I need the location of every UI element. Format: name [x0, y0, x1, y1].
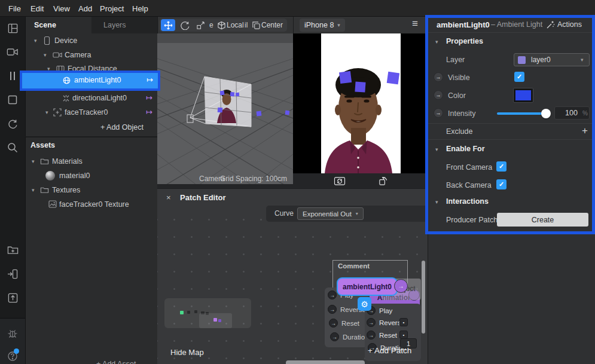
expander-icon[interactable]: ▾	[435, 199, 438, 205]
properties-section-header[interactable]: Properties	[446, 37, 483, 45]
minimap-node	[194, 310, 197, 313]
intensity-slider-knob[interactable]	[541, 109, 551, 118]
menu-project[interactable]: Project	[100, 4, 124, 13]
layer-color-swatch	[518, 56, 526, 64]
create-producer-patch-button[interactable]: Create	[497, 213, 588, 227]
tab-layers[interactable]: Layers	[103, 21, 126, 29]
viewport-toolbar: e Local il Center	[157, 17, 293, 33]
ambientlight0-patch-selected[interactable]: ambientLight0	[337, 277, 398, 296]
debug-bug-icon[interactable]	[6, 327, 19, 340]
tree-row-camera[interactable]: ▾ Camera	[26, 48, 158, 62]
patch-port-duration[interactable]: → Duration	[330, 332, 368, 341]
tree-label-ambient-light: ambientLight0	[74, 76, 121, 84]
assets-title: Assets	[30, 141, 55, 149]
horizontal-scrollbar[interactable]	[286, 360, 365, 364]
menu-help[interactable]: Help	[132, 4, 148, 13]
tab-scene-label[interactable]: Scene	[34, 21, 56, 29]
material-sphere-icon	[45, 171, 55, 181]
assets-label-material0: material0	[59, 172, 90, 180]
gear-icon[interactable]: ⚙	[358, 297, 371, 311]
animation-port-reset[interactable]: → Reset	[367, 331, 397, 339]
jump-to-patch-icon[interactable]: ↦	[147, 75, 153, 84]
gear-glyph: ⚙	[361, 299, 368, 309]
expander-icon[interactable]: ▾	[435, 39, 438, 45]
expander-icon[interactable]: ▾	[44, 52, 47, 58]
restart-icon[interactable]	[6, 117, 19, 130]
minimap-node-green	[180, 311, 184, 314]
port-label-play: Play	[379, 307, 392, 314]
layer-dropdown[interactable]: layer0 ▾	[514, 53, 590, 66]
device-select-dropdown[interactable]: iPhone 8 ▾	[300, 19, 345, 32]
color-swatch-well[interactable]	[513, 88, 533, 103]
intensity-slider-track[interactable]	[497, 112, 546, 115]
patch-connect-visible-icon[interactable]: →	[434, 72, 443, 82]
move-tool-button[interactable]	[161, 19, 175, 31]
menu-edit[interactable]: Edit	[30, 4, 44, 13]
rotate-tool-button[interactable]	[178, 19, 192, 31]
scale-tool-button[interactable]	[193, 19, 208, 31]
visible-checkbox[interactable]: ✓	[514, 72, 524, 82]
add-patch-button[interactable]: + Add Patch	[368, 346, 411, 355]
vertical-scrollbar[interactable]	[422, 261, 425, 334]
add-asset-button[interactable]: + Add Asset	[26, 359, 157, 364]
tree-row-device[interactable]: ▾ Device	[26, 33, 158, 48]
assets-row-facetracker-texture[interactable]: faceTracker0 Texture	[26, 197, 157, 212]
help-icon[interactable]	[6, 350, 19, 363]
simulator-menu-icon[interactable]: ≡	[412, 18, 418, 30]
expander-icon[interactable]: ▾	[45, 109, 48, 115]
add-asset-icon[interactable]	[6, 243, 19, 256]
add-object-button[interactable]: + Add Object	[26, 120, 158, 135]
simulator-screen-area[interactable]	[293, 33, 428, 173]
tree-row-directional-light[interactable]: directionalLight0 ↦	[26, 91, 158, 105]
viewport-3d[interactable]: Camera Grid Spacing: 100cm	[157, 33, 293, 184]
patch-connect-color-icon[interactable]: →	[434, 90, 443, 100]
intensity-value-input[interactable]: 100 %	[554, 106, 590, 120]
exclude-add-button[interactable]: +	[582, 125, 588, 137]
jump-to-patch-icon[interactable]: ↦	[146, 108, 152, 117]
port-label-reset: Reset	[379, 332, 397, 339]
port-arrow-icon: →	[367, 331, 376, 339]
video-camera-icon[interactable]	[6, 45, 19, 59]
patch-connect-intensity-icon[interactable]: →	[434, 108, 443, 118]
pulse-button-reset[interactable]: •	[399, 331, 408, 339]
front-camera-checkbox[interactable]: ✓	[496, 161, 506, 172]
patch-minimap[interactable]	[164, 298, 251, 328]
patch-port-reset[interactable]: → Reset	[329, 319, 359, 328]
expander-icon[interactable]: ▾	[32, 187, 35, 193]
scene-highlight-frame: ambientLight0 ↦	[20, 71, 160, 91]
menu-file[interactable]: File	[8, 4, 21, 13]
assets-row-material0[interactable]: material0	[26, 169, 157, 183]
close-icon[interactable]: ×	[166, 193, 171, 202]
expander-icon[interactable]: ▾	[435, 146, 438, 152]
pulse-button-reverse[interactable]: •	[399, 318, 408, 326]
expander-icon[interactable]: ▾	[32, 158, 35, 164]
pause-icon[interactable]	[6, 69, 19, 82]
tree-row-face-tracker[interactable]: ▾ faceTracker0 ↦	[26, 105, 158, 120]
back-camera-checkbox[interactable]: ✓	[496, 179, 506, 189]
local-space-dropdown[interactable]: Local	[227, 21, 244, 29]
check-icon: ✓	[517, 73, 522, 81]
hide-map-toggle[interactable]: Hide Map	[170, 348, 204, 357]
search-icon[interactable]	[6, 141, 19, 154]
flip-camera-icon[interactable]	[334, 176, 346, 186]
curve-type-dropdown[interactable]: Exponential Out ▾	[297, 207, 364, 220]
interactions-section-header[interactable]: Interactions	[446, 197, 489, 206]
rotate-device-icon[interactable]	[378, 176, 389, 186]
layout-icon[interactable]	[6, 22, 19, 35]
ambientlight0-output-port[interactable]: →	[394, 279, 408, 293]
menu-add[interactable]: Add	[78, 4, 92, 13]
send-to-device-icon[interactable]	[6, 267, 19, 280]
actions-button[interactable]: Actions	[557, 20, 582, 29]
jump-to-patch-icon[interactable]: ↦	[146, 93, 152, 102]
stop-icon[interactable]	[6, 93, 19, 106]
menu-view[interactable]: View	[53, 4, 70, 13]
bullet-icon: •	[403, 332, 405, 338]
tree-row-ambient-light-selected[interactable]: ambientLight0 ↦	[22, 73, 158, 88]
enable-for-section-header[interactable]: Enable For	[446, 145, 485, 153]
publish-icon[interactable]	[6, 291, 19, 304]
expander-icon[interactable]: ▾	[34, 38, 37, 44]
assets-row-materials[interactable]: ▾ Materials	[26, 154, 157, 169]
assets-label-textures: Textures	[52, 186, 80, 194]
assets-row-textures[interactable]: ▾ Textures	[26, 183, 157, 197]
center-pivot-dropdown[interactable]: Center	[261, 21, 283, 29]
